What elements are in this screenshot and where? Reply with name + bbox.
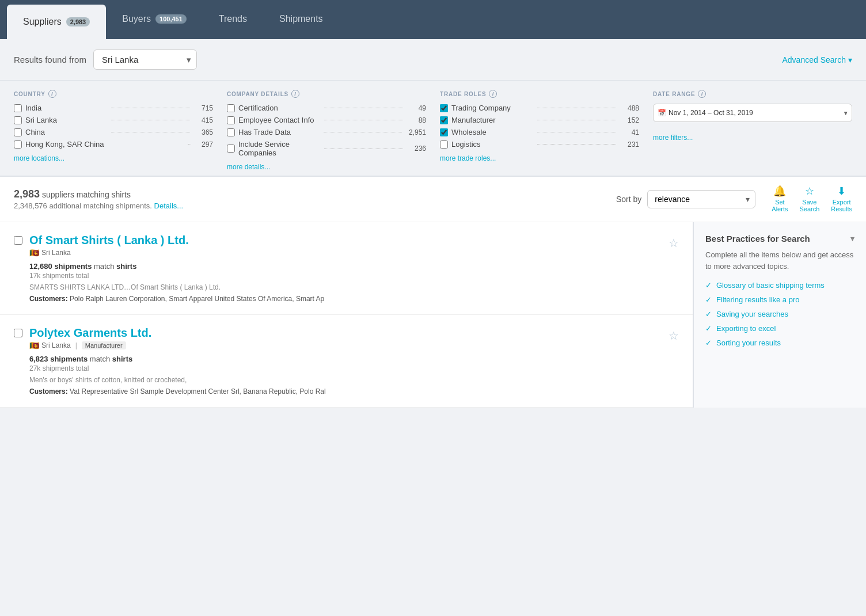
- table-row: Of Smart Shirts ( Lanka ) Ltd. 🇱🇰 Sri La…: [0, 222, 693, 315]
- result-2-checkbox[interactable]: [14, 329, 22, 337]
- list-item[interactable]: ✓ Glossary of basic shipping terms: [705, 281, 854, 290]
- result-1-checkbox-wrapper: [14, 236, 22, 303]
- tab-suppliers[interactable]: Suppliers 2,983: [7, 5, 106, 39]
- filter-item-srilanka: Sri Lanka 415: [14, 116, 213, 124]
- list-item[interactable]: ✓ Saving your searches: [705, 310, 854, 318]
- result-2-shipments-count: 6,823: [29, 355, 48, 363]
- trade-roles-info-icon[interactable]: i: [489, 90, 497, 98]
- tabs-bar: Suppliers 2,983 Buyers 100,451 Trends Sh…: [0, 0, 866, 39]
- results-found-label: Results found from: [14, 55, 86, 64]
- sort-wrapper: Sort by relevance shipments (high to low…: [616, 190, 755, 208]
- more-filters-link[interactable]: more filters...: [653, 134, 693, 142]
- filter-checkbox-service-companies[interactable]: [227, 145, 235, 153]
- filter-trade-roles-title: TRADE ROLES i: [440, 90, 639, 98]
- country-select-wrapper: Sri Lanka India China United States Bang…: [93, 50, 197, 70]
- result-2-customers-value: Vat Representative Srl Sample Developmen…: [70, 387, 326, 396]
- advanced-search-chevron-icon: ▾: [848, 55, 852, 64]
- result-1-customers: Customers: Polo Ralph Lauren Corporation…: [29, 295, 662, 303]
- tab-suppliers-label: Suppliers: [23, 17, 62, 27]
- export-results-button[interactable]: ⬇ ExportResults: [831, 186, 852, 212]
- practice-label-1: Glossary of basic shipping terms: [716, 281, 825, 290]
- filter-checkbox-srilanka[interactable]: [14, 116, 22, 124]
- sidebar-toggle-icon[interactable]: ▾: [850, 234, 854, 243]
- sort-label: Sort by: [616, 195, 641, 204]
- practice-label-5: Sorting your results: [716, 339, 781, 347]
- result-1-snippet: SMARTS SHIRTS LANKA LTD…Of Smart Shirts …: [29, 283, 662, 291]
- filter-checkbox-trade-data[interactable]: [227, 128, 235, 136]
- filter-item-certification: Certification 49: [227, 104, 426, 112]
- check-icon-4: ✓: [705, 324, 712, 333]
- filter-group-date-range: DATE RANGE i 📅 Nov 1, 2014 – Oct 31, 201…: [653, 90, 852, 171]
- filter-item-logistics: Logistics 231: [440, 140, 639, 149]
- filter-checkbox-wholesale[interactable]: [440, 128, 448, 136]
- country-select[interactable]: Sri Lanka India China United States Bang…: [93, 50, 197, 70]
- filter-checkbox-manufacturer[interactable]: [440, 116, 448, 124]
- advanced-search-link[interactable]: Advanced Search ▾: [782, 55, 852, 64]
- save-search-button[interactable]: ☆ SaveSearch: [799, 186, 819, 212]
- result-2-flag-icon: 🇱🇰: [29, 341, 39, 350]
- result-1-body: Of Smart Shirts ( Lanka ) Ltd. 🇱🇰 Sri La…: [29, 234, 662, 303]
- filter-checkbox-certification[interactable]: [227, 104, 235, 112]
- more-locations-link[interactable]: more locations...: [14, 154, 64, 162]
- result-1-checkbox[interactable]: [14, 236, 22, 245]
- filter-item-trading-company: Trading Company 488: [440, 104, 639, 112]
- more-trade-roles-link[interactable]: more trade roles...: [440, 154, 496, 162]
- result-2-checkbox-wrapper: [14, 329, 22, 396]
- tab-trends-label: Trends: [219, 14, 247, 24]
- filter-item-employee-contact: Employee Contact Info 88: [227, 116, 426, 124]
- filter-checkbox-logistics[interactable]: [440, 140, 448, 149]
- results-list: Of Smart Shirts ( Lanka ) Ltd. 🇱🇰 Sri La…: [0, 222, 693, 408]
- set-alerts-button[interactable]: 🔔 SetAlerts: [772, 186, 788, 212]
- result-1-location: 🇱🇰 Sri Lanka: [29, 248, 662, 257]
- filter-item-manufacturer: Manufacturer 152: [440, 116, 639, 124]
- filter-checkbox-hongkong[interactable]: [14, 140, 22, 149]
- date-range-select[interactable]: Nov 1, 2014 – Oct 31, 2019 Last 12 month…: [653, 104, 852, 122]
- result-2-customers: Customers: Vat Representative Srl Sample…: [29, 387, 662, 396]
- result-1-title[interactable]: Of Smart Shirts ( Lanka ) Ltd.: [29, 234, 662, 247]
- result-2-manufacturer-badge: Manufacturer: [82, 341, 126, 349]
- date-range-select-wrapper: 📅 Nov 1, 2014 – Oct 31, 2019 Last 12 mon…: [653, 104, 852, 122]
- result-2-match-word: shirts: [112, 355, 132, 363]
- results-label: suppliers matching shirts: [42, 190, 131, 199]
- tab-trends[interactable]: Trends: [203, 0, 263, 39]
- results-controls: Sort by relevance shipments (high to low…: [616, 186, 852, 212]
- results-header: 2,983 suppliers matching shirts 2,348,57…: [0, 177, 866, 222]
- search-bar: Results found from Sri Lanka India China…: [0, 39, 866, 81]
- filter-item-service-companies: Include Service Companies 236: [227, 140, 426, 157]
- result-2-star-icon[interactable]: ☆: [669, 329, 679, 396]
- sidebar: Best Practices for Search ▾ Complete all…: [693, 222, 866, 408]
- practice-label-4: Exporting to excel: [716, 324, 776, 333]
- list-item[interactable]: ✓ Filtering results like a pro: [705, 295, 854, 304]
- company-info-icon[interactable]: i: [291, 90, 299, 98]
- result-1-shipments: 12,680 shipments match shirts: [29, 262, 662, 271]
- action-buttons: 🔔 SetAlerts ☆ SaveSearch ⬇ ExportResults: [772, 186, 852, 212]
- filter-checkbox-employee-contact[interactable]: [227, 116, 235, 124]
- filters-section: COUNTRY i India 715 Sri Lanka 415 China …: [0, 81, 866, 177]
- country-info-icon[interactable]: i: [48, 90, 56, 98]
- check-icon-5: ✓: [705, 339, 712, 347]
- filter-checkbox-trading-company[interactable]: [440, 104, 448, 112]
- filter-checkbox-india[interactable]: [14, 104, 22, 112]
- list-item[interactable]: ✓ Exporting to excel: [705, 324, 854, 333]
- tab-buyers[interactable]: Buyers 100,451: [106, 0, 203, 39]
- result-2-country: Sri Lanka: [41, 341, 71, 349]
- filter-group-company: COMPANY DETAILS i Certification 49 Emplo…: [227, 90, 440, 171]
- filter-checkbox-china[interactable]: [14, 128, 22, 136]
- date-range-info-icon[interactable]: i: [698, 90, 706, 98]
- tab-shipments-label: Shipments: [279, 14, 323, 24]
- list-item[interactable]: ✓ Sorting your results: [705, 339, 854, 347]
- tab-shipments[interactable]: Shipments: [263, 0, 339, 39]
- results-additional: 2,348,576 additional matching shipments.…: [14, 201, 183, 210]
- result-2-title[interactable]: Polytex Garments Ltd.: [29, 326, 662, 340]
- details-link[interactable]: Details...: [154, 201, 184, 210]
- filter-item-trade-data: Has Trade Data 2,951: [227, 128, 426, 136]
- results-summary-block: 2,983 suppliers matching shirts 2,348,57…: [14, 188, 183, 210]
- check-icon-3: ✓: [705, 310, 712, 318]
- result-1-star-icon[interactable]: ☆: [669, 236, 679, 303]
- more-details-link[interactable]: more details...: [227, 163, 270, 171]
- filter-country-title: COUNTRY i: [14, 90, 213, 98]
- results-summary: 2,983 suppliers matching shirts: [14, 188, 183, 200]
- sort-select[interactable]: relevance shipments (high to low) shipme…: [647, 190, 755, 208]
- filter-item-wholesale: Wholesale 41: [440, 128, 639, 136]
- check-icon-1: ✓: [705, 281, 712, 290]
